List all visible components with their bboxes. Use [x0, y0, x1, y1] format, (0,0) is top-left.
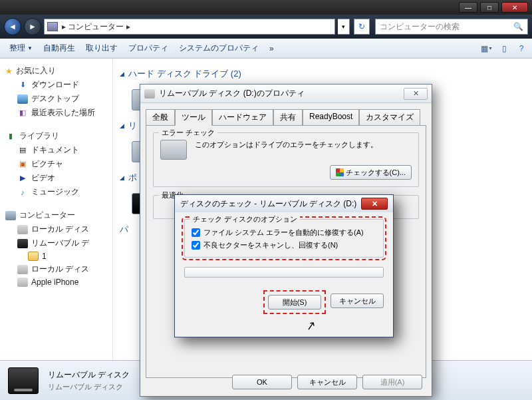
sidebar-local-disk[interactable]: ローカル ディス [3, 222, 110, 236]
sidebar-iphone[interactable]: Apple iPhone [3, 276, 110, 288]
usb-icon [17, 239, 28, 248]
tab-sharing[interactable]: 共有 [273, 109, 303, 126]
eject-button[interactable]: 取り出す [80, 41, 123, 56]
breadcrumb-computer[interactable]: コンピューター [68, 21, 124, 33]
preview-pane-icon[interactable]: ▯ [497, 43, 511, 55]
sidebar-folder-1[interactable]: 1 [3, 250, 110, 262]
pictures-icon: ▣ [17, 160, 28, 169]
auto-fix-checkbox[interactable] [192, 228, 200, 237]
libraries-group[interactable]: ▮ライブラリ [3, 129, 110, 143]
properties-close-button[interactable]: ✕ [404, 88, 428, 100]
explorer-toolbar: 整理▼ 自動再生 取り出す プロパティ システムのプロパティ » ▦▼ ▯ ? [0, 39, 532, 59]
toolbar-more[interactable]: » [264, 42, 279, 55]
cancel-button[interactable]: キャンセル [297, 375, 357, 389]
address-bar: ◄ ► ▸ コンピューター ▸ ▾ ↻ コンピューターの検索 🔍 [0, 15, 532, 39]
computer-group[interactable]: コンピューター [3, 208, 110, 222]
properties-titlebar[interactable]: リムーバブル ディスク (D:)のプロパティ ✕ [140, 85, 432, 103]
check-disk-close-button[interactable]: ✕ [361, 198, 388, 210]
sidebar-videos[interactable]: ▶ビデオ [3, 171, 110, 185]
download-icon: ⬇ [17, 81, 28, 90]
apply-button[interactable]: 適用(A) [362, 375, 422, 389]
check-options-label: チェック ディスクのオプション [190, 214, 300, 224]
check-options-group: チェック ディスクのオプション ファイル システム エラーを自動的に修復する(A… [184, 219, 384, 258]
details-title: リムーバブル ディスク [48, 369, 130, 381]
drive-icon [144, 89, 155, 99]
drive-icon [17, 265, 28, 274]
sidebar-desktop[interactable]: デスクトップ [3, 92, 110, 106]
error-check-label: エラー チェック [159, 128, 217, 138]
breadcrumb-sep: ▸ [62, 22, 68, 31]
search-input[interactable]: コンピューターの検索 🔍 [375, 19, 528, 35]
check-disk-title-text: ディスクのチェック - リムーバブル ディスク (D:) [180, 198, 356, 210]
close-button[interactable]: ✕ [501, 2, 528, 13]
forward-button[interactable]: ► [24, 18, 41, 35]
drive-icon [17, 225, 28, 234]
error-check-text: このオプションはドライブのエラーをチェックします。 [195, 140, 412, 150]
address-dropdown[interactable]: ▾ [338, 19, 350, 35]
check-cancel-button[interactable]: キャンセル [331, 294, 384, 308]
back-button[interactable]: ◄ [4, 18, 21, 35]
sidebar-downloads[interactable]: ⬇ダウンロード [3, 78, 110, 92]
address-field[interactable]: ▸ コンピューター ▸ [44, 19, 335, 35]
breadcrumb-sep2: ▸ [124, 22, 130, 31]
tab-general[interactable]: 全般 [146, 109, 175, 126]
expand-icon: ◢ [120, 122, 124, 129]
desktop-icon [17, 95, 28, 104]
properties-button[interactable]: プロパティ [123, 41, 174, 56]
tab-readyboost[interactable]: ReadyBoost [303, 109, 359, 126]
folder-icon [28, 252, 39, 261]
tab-customize[interactable]: カスタマイズ [359, 109, 420, 126]
computer-icon [47, 22, 58, 31]
sidebar-documents[interactable]: ▤ドキュメント [3, 143, 110, 157]
document-icon: ▤ [17, 146, 28, 155]
view-mode-icon[interactable]: ▦▼ [480, 43, 493, 55]
autoplay-button[interactable]: 自動再生 [38, 41, 80, 56]
scan-recover-option[interactable]: 不良セクターをスキャンし、回復する(N) [192, 239, 376, 252]
scan-recover-checkbox[interactable] [192, 241, 200, 250]
search-icon: 🔍 [513, 22, 523, 31]
system-properties-button[interactable]: システムのプロパティ [174, 41, 264, 56]
check-disk-body: チェック ディスクのオプション ファイル システム エラーを自動的に修復する(A… [175, 212, 393, 294]
error-check-group: エラー チェック このオプションはドライブのエラーをチェックします。 チェックす… [153, 132, 419, 187]
disk-check-icon [160, 140, 187, 160]
maximize-button[interactable]: □ [480, 2, 499, 13]
progress-bar [184, 267, 384, 278]
expand-icon: ◢ [120, 71, 124, 77]
sidebar-music[interactable]: ♪ミュージック [3, 185, 110, 199]
favorites-group[interactable]: ★お気に入り [3, 64, 110, 78]
phone-icon [17, 278, 28, 287]
minimize-button[interactable]: — [459, 2, 477, 13]
properties-title-text: リムーバブル ディスク (D:)のプロパティ [159, 88, 305, 99]
star-icon: ★ [5, 67, 13, 76]
refresh-button[interactable]: ↻ [354, 19, 370, 35]
auto-fix-option[interactable]: ファイル システム エラーを自動的に修復する(A) [192, 226, 376, 239]
expand-icon: ◢ [120, 174, 124, 181]
music-icon: ♪ [17, 188, 28, 197]
navigation-pane: ★お気に入り ⬇ダウンロード デスクトップ ◧最近表示した場所 ▮ライブラリ ▤… [0, 59, 113, 360]
sidebar-local-disk-2[interactable]: ローカル ディス [3, 262, 110, 276]
window-titlebar: — □ ✕ [0, 0, 532, 15]
tab-tools[interactable]: ツール [175, 109, 212, 126]
sidebar-pictures[interactable]: ▣ピクチャ [3, 157, 110, 171]
hdd-category[interactable]: ◢ハード ディスク ドライブ (2) [120, 64, 525, 84]
ok-button[interactable]: OK [232, 375, 292, 389]
check-now-button[interactable]: チェックする(C)... [330, 165, 412, 180]
organize-menu[interactable]: 整理▼ [4, 41, 38, 56]
help-icon[interactable]: ? [515, 43, 528, 55]
start-button[interactable]: 開始(S) [268, 295, 321, 309]
search-placeholder: コンピューターの検索 [380, 21, 460, 33]
videos-icon: ▶ [17, 174, 28, 183]
properties-tabs: 全般 ツール ハードウェア 共有 ReadyBoost カスタマイズ [140, 103, 432, 125]
start-button-highlight: 開始(S) [267, 294, 323, 311]
check-disk-dialog: ディスクのチェック - リムーバブル ディスク (D:) ✕ チェック ディスク… [174, 194, 394, 337]
details-subtitle: リムーバブル ディスク [48, 382, 130, 392]
sidebar-recent[interactable]: ◧最近表示した場所 [3, 106, 110, 120]
uac-shield-icon [336, 168, 344, 176]
tab-hardware[interactable]: ハードウェア [212, 109, 273, 126]
check-disk-titlebar[interactable]: ディスクのチェック - リムーバブル ディスク (D:) ✕ [175, 195, 393, 212]
computer-icon [5, 211, 16, 220]
library-icon: ▮ [5, 132, 16, 141]
removable-disk-icon [8, 367, 39, 394]
recent-icon: ◧ [17, 108, 28, 118]
sidebar-removable[interactable]: リムーバブル デ [3, 236, 110, 250]
